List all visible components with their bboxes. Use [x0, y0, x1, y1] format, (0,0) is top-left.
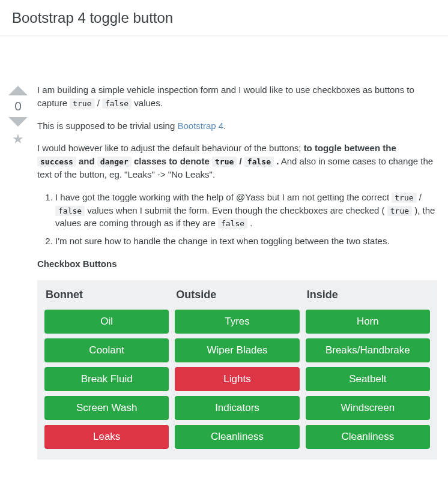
code-false: false — [244, 157, 274, 167]
paragraph: I am building a simple vehicle inspectio… — [37, 83, 437, 110]
toggle-button[interactable]: Tyres — [175, 310, 299, 334]
ordered-list: I have got the toggle working with the h… — [55, 191, 437, 248]
paragraph: This is supposed to be trivial using Boo… — [37, 119, 437, 133]
toggle-button[interactable]: Cleanliness — [175, 425, 299, 449]
toggle-button[interactable]: Oil — [44, 310, 169, 334]
code-true: true — [212, 157, 237, 167]
toggle-button[interactable]: Breaks/Handbrake — [306, 338, 430, 362]
code-true: true — [387, 206, 412, 216]
vote-count: 0 — [0, 99, 36, 113]
question-body: I am building a simple vehicle inspectio… — [36, 83, 448, 460]
code-success: success — [37, 157, 76, 167]
toggle-button[interactable]: Windscreen — [306, 396, 430, 420]
code-false: false — [218, 218, 247, 229]
section-heading: Checkbox Buttons — [37, 257, 437, 271]
toggle-button[interactable]: Coolant — [44, 338, 169, 362]
upvote-icon[interactable] — [8, 86, 28, 95]
toggle-button[interactable]: Lights — [175, 367, 299, 391]
embed-column-title: Bonnet — [44, 289, 169, 301]
checkbox-buttons-demo: BonnetOilCoolantBreak FluidScreen WashLe… — [37, 280, 437, 460]
embed-column-title: Outside — [175, 289, 299, 301]
embed-column: BonnetOilCoolantBreak FluidScreen WashLe… — [44, 289, 169, 454]
toggle-button[interactable]: Leaks — [44, 425, 169, 449]
paragraph: I would however like to adjust the defau… — [37, 142, 437, 181]
page-title: Bootstrap 4 toggle button — [12, 10, 436, 26]
toggle-button[interactable]: Horn — [306, 310, 430, 334]
code-true: true — [70, 98, 94, 109]
embed-column: InsideHornBreaks/HandbrakeSeatbeltWindsc… — [306, 289, 430, 454]
code-danger: danger — [97, 157, 132, 167]
toggle-button[interactable]: Wiper Blades — [175, 338, 299, 362]
toggle-button[interactable]: Cleanliness — [306, 425, 430, 449]
bootstrap-link[interactable]: Bootstrap 4 — [177, 121, 223, 131]
code-false: false — [55, 206, 85, 216]
embed-column: OutsideTyresWiper BladesLightsIndicators… — [175, 289, 299, 454]
favorite-star-icon[interactable]: ★ — [0, 133, 36, 146]
embed-column-title: Inside — [306, 289, 430, 301]
downvote-icon[interactable] — [8, 117, 28, 127]
list-item: I have got the toggle working with the h… — [55, 191, 437, 230]
code-true: true — [392, 193, 416, 203]
toggle-button[interactable]: Seatbelt — [306, 367, 430, 391]
vote-column: 0 ★ — [0, 83, 36, 460]
list-item: I'm not sure how to handle the change in… — [55, 235, 437, 248]
code-false: false — [102, 98, 132, 109]
toggle-button[interactable]: Break Fluid — [44, 367, 169, 391]
toggle-button[interactable]: Indicators — [175, 396, 299, 420]
toggle-button[interactable]: Screen Wash — [44, 396, 169, 420]
question-header: Bootstrap 4 toggle button — [0, 0, 448, 35]
